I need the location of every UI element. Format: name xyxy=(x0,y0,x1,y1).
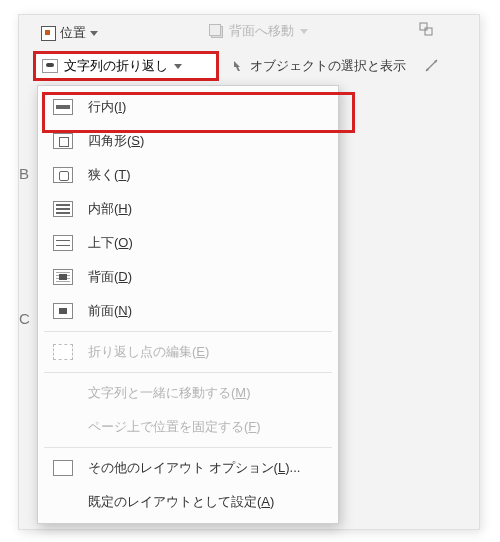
selection-pane-button[interactable]: オブジェクトの選択と表示 xyxy=(232,57,406,75)
ribbon-row-1: 位置 背面へ移動 xyxy=(19,15,479,49)
svg-rect-1 xyxy=(425,28,432,35)
menu-item-top-bottom[interactable]: 上下(O) xyxy=(38,226,338,260)
text-wrapping-icon xyxy=(42,59,58,73)
selection-pane-icon xyxy=(232,59,246,73)
menu-item-more-layout[interactable]: その他のレイアウト オプション(L)... xyxy=(38,451,338,485)
wrap-inline-icon xyxy=(52,97,74,117)
menu-label: 文字列と一緒に移動する(M) xyxy=(88,384,251,402)
truncated-text: B xyxy=(19,165,29,182)
menu-label: ページ上で位置を固定する(F) xyxy=(88,418,261,436)
menu-label: 既定のレイアウトとして設定(A) xyxy=(88,493,274,511)
menu-item-front-text[interactable]: 前面(N) xyxy=(38,294,338,328)
selection-pane-label: オブジェクトの選択と表示 xyxy=(250,57,406,75)
svg-rect-0 xyxy=(420,23,427,30)
blank-icon xyxy=(52,383,74,403)
menu-item-behind-text[interactable]: 背面(D) xyxy=(38,260,338,294)
menu-label: 上下(O) xyxy=(88,234,133,252)
wrap-square-icon xyxy=(52,131,74,151)
chevron-down-icon xyxy=(90,31,98,36)
group-icon[interactable] xyxy=(419,22,437,40)
send-backward-icon xyxy=(209,24,223,38)
menu-item-tight[interactable]: 狭く(T) xyxy=(38,158,338,192)
position-icon xyxy=(41,26,56,41)
more-layout-icon xyxy=(52,458,74,478)
menu-item-inline[interactable]: 行内(I) xyxy=(38,90,338,124)
position-button[interactable]: 位置 xyxy=(41,21,98,45)
wrap-edit-icon xyxy=(52,342,74,362)
chevron-down-icon xyxy=(174,64,182,69)
text-wrapping-menu: 行内(I) 四角形(S) 狭く(T) 内部(H) 上下(O) 背面(D) 前面(… xyxy=(37,85,339,524)
menu-label: 狭く(T) xyxy=(88,166,131,184)
chevron-down-icon xyxy=(300,29,308,34)
blank-icon xyxy=(52,417,74,437)
menu-label: 四角形(S) xyxy=(88,132,144,150)
menu-label: 内部(H) xyxy=(88,200,132,218)
ribbon-panel: 位置 背面へ移動 文字列の折り返し オブジェクトの選択と表示 B C xyxy=(18,14,480,530)
text-wrapping-button[interactable]: 文字列の折り返し xyxy=(33,51,219,81)
text-wrapping-label: 文字列の折り返し xyxy=(64,57,168,75)
blank-icon xyxy=(52,492,74,512)
truncated-text: C xyxy=(19,310,30,327)
wrap-through-icon xyxy=(52,199,74,219)
send-backward-button: 背面へ移動 xyxy=(209,22,308,40)
menu-item-fix-on-page: ページ上で位置を固定する(F) xyxy=(38,410,338,444)
menu-label: 前面(N) xyxy=(88,302,132,320)
position-label: 位置 xyxy=(60,24,86,42)
wrap-tight-icon xyxy=(52,165,74,185)
menu-item-square[interactable]: 四角形(S) xyxy=(38,124,338,158)
send-backward-label: 背面へ移動 xyxy=(229,22,294,40)
wrap-topbottom-icon xyxy=(52,233,74,253)
menu-label: 行内(I) xyxy=(88,98,126,116)
menu-item-move-with-text: 文字列と一緒に移動する(M) xyxy=(38,376,338,410)
menu-item-set-default[interactable]: 既定のレイアウトとして設定(A) xyxy=(38,485,338,519)
rotate-icon[interactable] xyxy=(423,57,441,75)
menu-label: 折り返し点の編集(E) xyxy=(88,343,209,361)
wrap-front-icon xyxy=(52,301,74,321)
ribbon-row-2: 文字列の折り返し オブジェクトの選択と表示 xyxy=(19,49,479,83)
menu-separator xyxy=(44,331,332,332)
menu-item-edit-wrap-points: 折り返し点の編集(E) xyxy=(38,335,338,369)
menu-label: その他のレイアウト オプション(L)... xyxy=(88,459,300,477)
menu-label: 背面(D) xyxy=(88,268,132,286)
menu-separator xyxy=(44,372,332,373)
menu-item-through[interactable]: 内部(H) xyxy=(38,192,338,226)
wrap-behind-icon xyxy=(52,267,74,287)
menu-separator xyxy=(44,447,332,448)
